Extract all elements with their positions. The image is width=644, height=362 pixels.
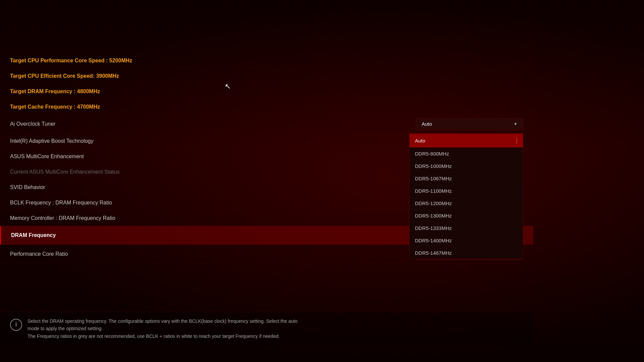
dropdown-option-ddr5-1333[interactable]: DDR5-1333MHz bbox=[410, 222, 523, 234]
setting-label-target-cpu-perf: Target CPU Performance Core Speed : 5200… bbox=[10, 58, 523, 64]
ai-overclock-value: Auto ▼ bbox=[409, 118, 523, 130]
dropdown-option-ddr5-1467[interactable]: DDR5-1467MHz bbox=[410, 247, 523, 259]
setting-label-target-dram: Target DRAM Frequency : 4800MHz bbox=[10, 88, 523, 95]
info-icon: i bbox=[10, 319, 22, 331]
setting-label-dram-frequency: DRAM Frequency bbox=[11, 232, 409, 238]
settings-list[interactable]: Target CPU Performance Core Speed : 5200… bbox=[0, 50, 533, 312]
ai-overclock-arrow: ▼ bbox=[514, 122, 518, 126]
setting-row-ai-overclock[interactable]: Ai Overclock Tuner Auto ▼ bbox=[0, 115, 533, 133]
dropdown-option-ddr5-1100[interactable]: DDR5-1100MHz bbox=[410, 185, 523, 197]
dropdown-option-ddr5-800[interactable]: DDR5-800MHz bbox=[410, 147, 523, 160]
ai-overclock-dropdown-menu-wrapper: Auto DDR5-800MHz DDR5-1000MHz DDR5-1067M… bbox=[409, 133, 523, 259]
ai-overclock-current: Auto bbox=[422, 121, 432, 127]
setting-row-target-cpu-perf[interactable]: Target CPU Performance Core Speed : 5200… bbox=[0, 53, 533, 68]
info-content: i Select the DRAM operating frequency. T… bbox=[10, 317, 523, 340]
dropdown-option-ddr5-1300[interactable]: DDR5-1300MHz bbox=[410, 209, 523, 222]
ai-overclock-dropdown-menu: Auto DDR5-800MHz DDR5-1000MHz DDR5-1067M… bbox=[409, 133, 523, 259]
main-content: Target CPU Performance Core Speed : 5200… bbox=[0, 50, 533, 345]
dropdown-option-ddr5-1000[interactable]: DDR5-1000MHz bbox=[410, 160, 523, 172]
setting-label-target-cpu-eff: Target CPU Efficient Core Speed: 3900MHz bbox=[10, 73, 523, 79]
dropdown-option-ddr5-1400[interactable]: DDR5-1400MHz bbox=[410, 234, 523, 247]
info-box: i Select the DRAM operating frequency. T… bbox=[0, 312, 533, 345]
setting-row-target-dram[interactable]: Target DRAM Frequency : 4800MHz bbox=[0, 84, 533, 99]
ai-overclock-dropdown[interactable]: Auto ▼ bbox=[416, 118, 523, 130]
setting-row-target-cpu-eff[interactable]: Target CPU Efficient Core Speed: 3900MHz bbox=[0, 68, 533, 84]
info-text-line1: Select the DRAM operating frequency. The… bbox=[28, 318, 298, 324]
info-text-line2: mode to apply the optimized setting. bbox=[28, 326, 103, 331]
dropdown-option-ddr5-1200[interactable]: DDR5-1200MHz bbox=[410, 197, 523, 209]
dropdown-option-ddr5-1067[interactable]: DDR5-1067MHz bbox=[410, 172, 523, 185]
main-container: ROG UEFI BIOS Utility – Advanced Mode 01… bbox=[0, 0, 644, 362]
setting-label-perf-core-ratio: Performance Core Ratio bbox=[10, 251, 409, 257]
setting-label-ai-overclock: Ai Overclock Tuner bbox=[10, 121, 409, 127]
setting-label-target-cache: Target Cache Frequency : 4700MHz bbox=[10, 104, 523, 110]
info-text: Select the DRAM operating frequency. The… bbox=[28, 317, 298, 340]
dropdown-option-auto[interactable]: Auto bbox=[410, 134, 523, 147]
setting-row-target-cache[interactable]: Target Cache Frequency : 4700MHz bbox=[0, 99, 533, 115]
info-text-line3: The Frequency ratios in grey are not rec… bbox=[28, 334, 280, 339]
